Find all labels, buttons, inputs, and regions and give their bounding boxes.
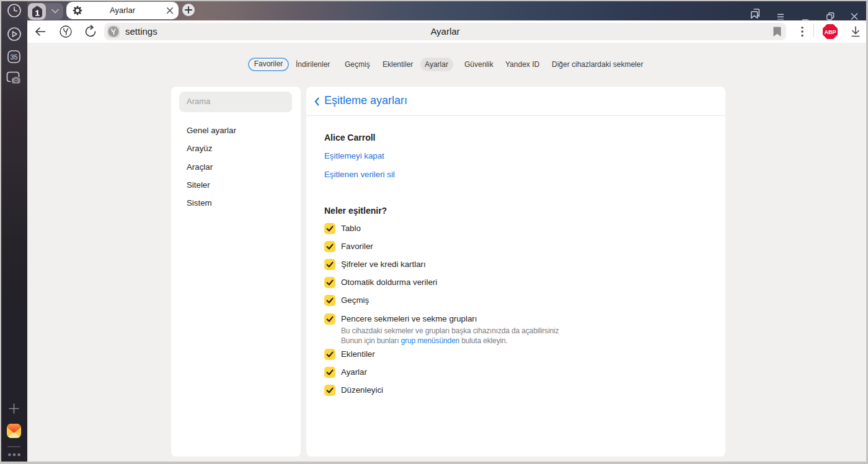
svg-text:ABP: ABP [824,29,836,35]
svg-text:35: 35 [10,53,17,60]
